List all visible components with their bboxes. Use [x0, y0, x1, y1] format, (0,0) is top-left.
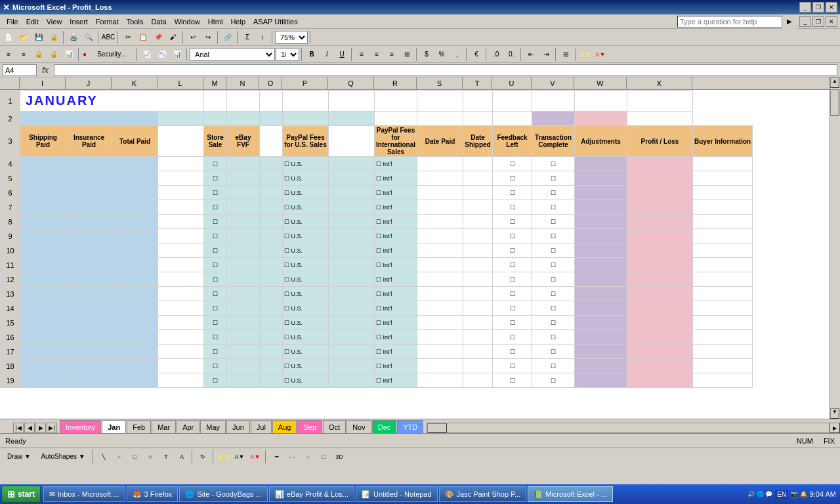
col-head-v[interactable]: V	[532, 77, 574, 89]
r2-o[interactable]	[260, 112, 283, 126]
col-head-i[interactable]: I	[20, 77, 66, 89]
menu-window[interactable]: Window	[171, 16, 204, 27]
r4-q[interactable]	[329, 157, 375, 171]
tab-sep[interactable]: Sep	[297, 420, 322, 433]
col-head-t[interactable]: T	[463, 77, 492, 89]
oval-tool[interactable]: ○	[143, 450, 158, 464]
cell-reference-input[interactable]	[3, 64, 37, 76]
comma-button[interactable]: ,	[450, 47, 464, 62]
3d-btn[interactable]: 3D	[332, 450, 346, 464]
textbox-tool[interactable]: T	[159, 450, 173, 464]
tab-aug[interactable]: Aug	[272, 420, 297, 433]
vertical-scrollbar[interactable]: ▲ ▼	[830, 77, 840, 419]
rotate-tool[interactable]: ↻	[196, 450, 210, 464]
col-head-k[interactable]: K	[112, 77, 158, 89]
title-bar-controls[interactable]: _ ❐ ✕	[799, 2, 837, 12]
arrow-tool[interactable]: →	[112, 450, 126, 464]
r2-r[interactable]	[375, 112, 417, 126]
rect-tool[interactable]: □	[127, 450, 142, 464]
redo-button[interactable]: ↪	[201, 30, 215, 45]
r4-w[interactable]	[575, 157, 627, 171]
tab-may[interactable]: May	[200, 420, 226, 433]
tab-nov[interactable]: Nov	[346, 420, 371, 433]
autosum-button[interactable]: Σ	[240, 30, 255, 45]
autoshapes-dropdown[interactable]: AutoShapes ▼	[37, 450, 89, 464]
menu-data[interactable]: Data	[147, 16, 170, 27]
r4-u[interactable]: ☐	[493, 157, 532, 171]
copy-button[interactable]: 📋	[136, 30, 150, 45]
font-select[interactable]: Arial Times New Roman	[190, 48, 275, 61]
col-head-j[interactable]: J	[66, 77, 112, 89]
r4-buyer[interactable]	[693, 157, 753, 171]
scroll-thumb[interactable]	[830, 89, 839, 116]
dash-style-btn[interactable]: - -	[285, 450, 299, 464]
col-head-n[interactable]: N	[226, 77, 259, 89]
r4-s[interactable]	[417, 157, 463, 171]
spell-check-button[interactable]: ABC	[101, 30, 116, 45]
tab-navigation[interactable]: |◀ ◀ ▶ ▶|	[13, 423, 57, 433]
tab-dec[interactable]: Dec	[372, 420, 397, 433]
zoom-select[interactable]: 75% 100% 50%	[275, 31, 308, 44]
r4-j[interactable]	[66, 157, 112, 171]
menu-format[interactable]: Format	[92, 16, 123, 27]
hyperlink-button[interactable]: 🔗	[220, 30, 235, 45]
taskbar-paint[interactable]: 🎨 Jasc Paint Shop P...	[439, 486, 527, 502]
col-head-s[interactable]: S	[417, 77, 463, 89]
help-search-input[interactable]	[677, 16, 782, 28]
r4-t[interactable]	[463, 157, 493, 171]
underline-button[interactable]: U	[335, 47, 349, 62]
r4-k[interactable]	[112, 157, 158, 171]
horizontal-scrollbar[interactable]	[427, 423, 830, 433]
checkbox-trans-4[interactable]: ☐	[551, 161, 556, 167]
menu-minimize-button[interactable]: _	[799, 16, 811, 27]
fill-color-draw[interactable]: ▲▼	[217, 450, 231, 464]
decrease-decimal[interactable]: 0.	[504, 47, 518, 62]
new-button[interactable]: 📄	[1, 30, 16, 45]
chart-btn3[interactable]: 📊	[170, 47, 184, 62]
size-select[interactable]: 10 8 12	[276, 48, 299, 61]
r2-t[interactable]	[463, 112, 493, 126]
r2-v[interactable]	[532, 112, 575, 126]
border-button[interactable]: ⊞	[558, 47, 573, 62]
menu-close-button[interactable]: ✕	[826, 16, 837, 27]
checkbox-feedback-4[interactable]: ☐	[510, 161, 515, 167]
line-style-btn[interactable]: ━	[269, 450, 284, 464]
draw-dropdown[interactable]: Draw ▼	[3, 450, 35, 464]
checkbox-m4[interactable]: ☐	[213, 161, 218, 167]
security-btn[interactable]: Security...	[89, 47, 135, 62]
menu-restore-button[interactable]: ❐	[812, 16, 824, 27]
h-scroll-right-btn[interactable]: ▶	[830, 423, 840, 433]
sort-asc-button[interactable]: ↕	[255, 30, 270, 45]
menu-edit[interactable]: Edit	[22, 16, 43, 27]
restore-button[interactable]: ❐	[812, 2, 824, 12]
r4-m[interactable]: ☐	[204, 157, 227, 171]
format-tb-btn3[interactable]: 🔒	[32, 47, 46, 62]
r2-x[interactable]	[627, 112, 693, 126]
r4-v[interactable]: ☐	[532, 157, 575, 171]
format-tb-btn5[interactable]: 📊	[62, 47, 76, 62]
h-scroll-thumb[interactable]	[427, 423, 447, 432]
format-tb-btn1[interactable]: ≡	[1, 47, 16, 62]
r2-k[interactable]	[112, 112, 158, 126]
r2-q[interactable]	[329, 112, 375, 126]
r4-r[interactable]: ☐ Int'l	[375, 157, 417, 171]
currency-button[interactable]: $	[419, 47, 434, 62]
minimize-button[interactable]: _	[799, 2, 811, 12]
taskbar-notepad[interactable]: 📝 Untitled - Notepad	[356, 486, 438, 502]
font-color-button[interactable]: A▼	[593, 47, 608, 62]
r2-u[interactable]	[493, 112, 532, 126]
r4-o[interactable]	[260, 157, 283, 171]
fill-color-button[interactable]: A▼	[578, 47, 593, 62]
euro-button[interactable]: €	[469, 47, 484, 62]
open-button[interactable]: 📂	[16, 30, 31, 45]
menu-view[interactable]: View	[43, 16, 66, 27]
col-head-q[interactable]: Q	[328, 77, 374, 89]
taskbar-firefox[interactable]: 🦊 3 Firefox	[127, 486, 178, 502]
start-button[interactable]: ⊞ start	[1, 486, 41, 503]
print-preview-button[interactable]: 🔍	[81, 30, 96, 45]
r4-l[interactable]	[158, 157, 204, 171]
r2-p[interactable]	[283, 112, 329, 126]
formula-input[interactable]	[54, 64, 837, 76]
shadow-btn[interactable]: □	[316, 450, 331, 464]
line-tool[interactable]: ╲	[96, 450, 110, 464]
